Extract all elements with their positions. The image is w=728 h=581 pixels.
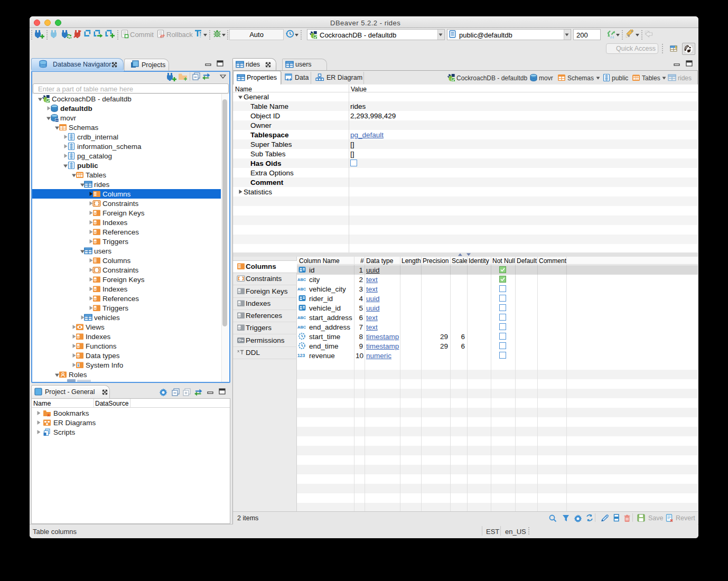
svg-text:ABC: ABC (297, 287, 306, 292)
svg-text:123: 123 (297, 353, 305, 358)
svg-text:ABC: ABC (297, 325, 306, 330)
svg-text:ABC: ABC (297, 277, 306, 282)
svg-text:ABC: ABC (297, 315, 306, 320)
svg-text:(-): (-) (611, 35, 614, 39)
